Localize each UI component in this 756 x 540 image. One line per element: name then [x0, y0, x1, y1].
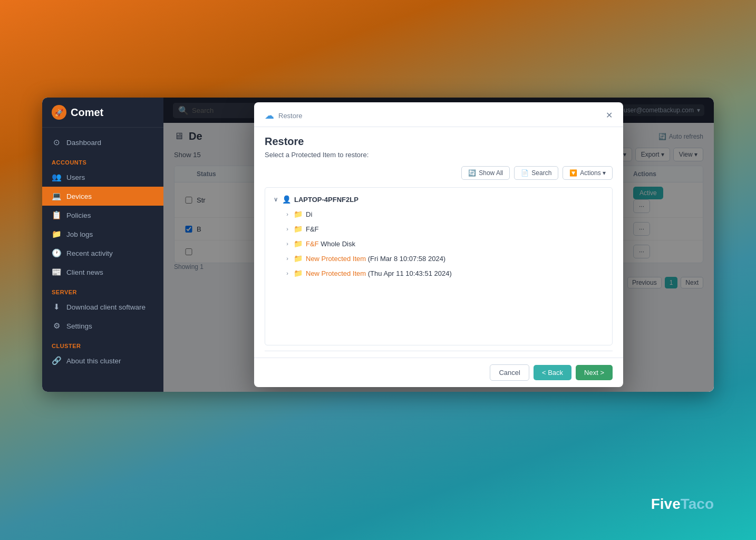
- sidebar-item-label: Dashboard: [66, 139, 101, 147]
- modal-header: ☁ Restore ✕: [254, 102, 623, 127]
- root-label: LAPTOP-4PFNF2LP: [294, 196, 358, 204]
- sidebar-logo: 🚀 Comet: [42, 98, 163, 128]
- node-chevron-icon: ›: [284, 255, 290, 262]
- tree-node-protected-item-2[interactable]: › 📁 New Protected Item (Thu Apr 11 10:43…: [265, 266, 612, 281]
- download-icon: ⬇: [52, 302, 61, 312]
- recent-activity-icon: 🕐: [52, 248, 61, 258]
- back-button[interactable]: < Back: [534, 365, 571, 380]
- logo-text: Comet: [71, 107, 103, 119]
- sidebar: 🚀 Comet ⊙ Dashboard Accounts 👥 Users 💻 D…: [42, 98, 163, 392]
- policies-icon: 📋: [52, 210, 61, 220]
- fivetaco-branding: FiveTaco: [651, 496, 714, 513]
- sidebar-nav: ⊙ Dashboard Accounts 👥 Users 💻 Devices 📋…: [42, 128, 163, 392]
- node-label: F&F Whole Disk: [306, 240, 355, 248]
- modal-backdrop: ☁ Restore ✕ Restore Select a Protected I…: [163, 98, 714, 392]
- sidebar-item-client-news[interactable]: 📰 Client news: [42, 263, 163, 282]
- node-chevron-icon: ›: [284, 226, 290, 232]
- sidebar-section-accounts: Accounts: [42, 152, 163, 168]
- search-protected-button[interactable]: 📄 Search: [514, 166, 558, 180]
- sidebar-item-label: Policies: [66, 211, 91, 219]
- show-all-button[interactable]: 🔄 Show All: [461, 166, 510, 180]
- filter-icon: 🔽: [569, 169, 577, 177]
- sidebar-item-job-logs[interactable]: 📁 Job logs: [42, 225, 163, 244]
- sidebar-item-label: Recent activity: [66, 249, 113, 257]
- sidebar-item-policies[interactable]: 📋 Policies: [42, 206, 163, 225]
- modal-subtitle: Select a Protected Item to restore:: [265, 151, 613, 159]
- sidebar-item-label: Settings: [66, 322, 92, 330]
- sidebar-item-users[interactable]: 👥 Users: [42, 168, 163, 187]
- taco-label: Taco: [681, 496, 714, 512]
- five-label: Five: [651, 496, 681, 512]
- node-chevron-icon: ›: [284, 240, 290, 247]
- node-chevron-icon: ›: [284, 211, 290, 217]
- cloud-icon: ☁: [265, 110, 274, 121]
- sidebar-item-dashboard[interactable]: ⊙ Dashboard: [42, 133, 163, 152]
- sidebar-item-label: Client news: [66, 268, 103, 276]
- modal-toolbar: 🔄 Show All 📄 Search 🔽 Actions ▾: [265, 166, 613, 180]
- app-window: 🚀 Comet ⊙ Dashboard Accounts 👥 Users 💻 D…: [42, 98, 714, 392]
- tree-node-protected-item-1[interactable]: › 📁 New Protected Item (Fri Mar 8 10:07:…: [265, 251, 612, 266]
- node-label: Di: [306, 210, 312, 218]
- next-button[interactable]: Next >: [576, 365, 613, 380]
- tree-node-ff-whole-disk[interactable]: › 📁 F&F Whole Disk: [265, 236, 612, 251]
- sidebar-item-recent-activity[interactable]: 🕐 Recent activity: [42, 244, 163, 263]
- dashboard-icon: ⊙: [52, 138, 61, 147]
- sidebar-section-cluster: Cluster: [42, 335, 163, 351]
- folder-icon: 📁: [294, 269, 303, 277]
- sidebar-item-label: About this cluster: [66, 357, 121, 365]
- node-label: New Protected Item (Fri Mar 8 10:07:58 2…: [306, 255, 445, 263]
- node-label: New Protected Item (Thu Apr 11 10:43:51 …: [306, 269, 452, 277]
- root-chevron-icon: ∨: [273, 196, 279, 203]
- modal-footer: Cancel < Back Next >: [254, 358, 623, 387]
- modal-body-title: Restore: [265, 136, 613, 148]
- job-logs-icon: 📁: [52, 229, 61, 239]
- sidebar-item-settings[interactable]: ⚙ Settings: [42, 316, 163, 335]
- tree-node-ff[interactable]: › 📁 F&F: [265, 221, 612, 236]
- root-user-icon: 👤: [282, 195, 291, 204]
- modal-divider: [265, 351, 613, 351]
- cancel-button[interactable]: Cancel: [490, 364, 529, 381]
- sidebar-item-label: Job logs: [66, 230, 93, 238]
- sidebar-item-download-client[interactable]: ⬇ Download client software: [42, 297, 163, 316]
- main-content: 🔍 ⊞ | 👤 callum+user@cometbackup.com ▾ 🖥 …: [163, 98, 714, 392]
- tree-node-di[interactable]: › 📁 Di: [265, 207, 612, 221]
- sidebar-item-label: Users: [66, 173, 85, 181]
- logo-icon: 🚀: [52, 105, 66, 120]
- sidebar-item-label: Download client software: [66, 303, 146, 311]
- node-label: F&F: [306, 225, 319, 233]
- node-chevron-icon: ›: [284, 270, 290, 276]
- refresh-small-icon: 🔄: [468, 169, 476, 177]
- modal-close-button[interactable]: ✕: [606, 111, 613, 120]
- protected-items-tree: ∨ 👤 LAPTOP-4PFNF2LP › 📁 Di ›: [265, 187, 613, 345]
- folder-icon: 📁: [294, 239, 303, 248]
- sidebar-section-server: Server: [42, 282, 163, 297]
- sidebar-item-label: Devices: [66, 192, 92, 200]
- folder-icon: 📁: [294, 225, 303, 233]
- cluster-icon: 🔗: [52, 356, 61, 365]
- sidebar-item-devices[interactable]: 💻 Devices: [42, 187, 163, 206]
- actions-dropdown-button[interactable]: 🔽 Actions ▾: [563, 166, 613, 180]
- tree-node-root[interactable]: ∨ 👤 LAPTOP-4PFNF2LP: [265, 192, 612, 207]
- folder-icon: 📁: [294, 254, 303, 263]
- client-news-icon: 📰: [52, 267, 61, 277]
- users-icon: 👥: [52, 172, 61, 182]
- devices-icon: 💻: [52, 191, 61, 201]
- settings-icon: ⚙: [52, 321, 61, 331]
- restore-modal: ☁ Restore ✕ Restore Select a Protected I…: [254, 102, 623, 387]
- sidebar-item-about-cluster[interactable]: 🔗 About this cluster: [42, 351, 163, 370]
- modal-header-left: ☁ Restore: [265, 110, 303, 121]
- search-small-icon: 📄: [521, 169, 529, 177]
- modal-body: Restore Select a Protected Item to resto…: [254, 127, 623, 358]
- modal-header-label: Restore: [278, 112, 303, 120]
- folder-icon: 📁: [294, 210, 303, 218]
